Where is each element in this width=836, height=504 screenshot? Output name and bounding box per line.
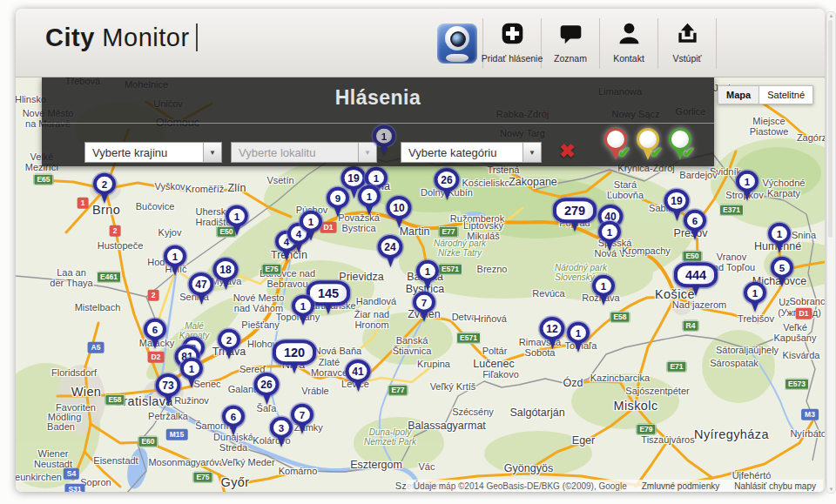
scrollbar-thumb[interactable]	[828, 20, 833, 238]
map-label: Hriňová	[474, 313, 507, 324]
marker-tail	[673, 212, 680, 221]
map-label: Kościelisko	[462, 178, 509, 188]
map-marker-cluster[interactable]: 47	[189, 272, 214, 305]
brand-rest: Monitor	[102, 24, 189, 51]
road-badge: 2	[148, 290, 159, 301]
map-marker-cluster[interactable]: 41	[346, 360, 371, 392]
map-type-map-button[interactable]: Mapa	[718, 85, 759, 104]
marker-tail	[606, 242, 613, 252]
map-marker-cluster[interactable]: 120	[273, 339, 316, 373]
map-label: Győr	[220, 475, 249, 489]
map-marker-cluster[interactable]: 6	[222, 406, 245, 436]
report-map-error-link[interactable]: Nahlásiť chybu mapy	[734, 481, 816, 491]
map-marker-cluster[interactable]: 1	[598, 221, 621, 252]
marker-count: 1	[416, 260, 439, 282]
map-marker-cluster[interactable]: 18	[213, 258, 239, 290]
clear-filters-icon[interactable]: ✖	[559, 142, 575, 161]
map-marker-cluster[interactable]: 73	[156, 373, 181, 406]
marker-count: 47	[189, 272, 214, 296]
map-marker-cluster[interactable]: 9	[327, 187, 349, 218]
map-canvas[interactable]: TřebováMohelniceHlinskoUničovOlomoucNové…	[16, 77, 825, 492]
select-category[interactable]: Vyberte kategóriu ▼	[401, 142, 542, 163]
yellow-pin-icon[interactable]: ✔	[636, 128, 660, 163]
map-marker-cluster[interactable]: 1	[373, 125, 395, 156]
map-marker-cluster[interactable]: 24	[378, 235, 403, 267]
map-marker-cluster[interactable]: 1	[736, 171, 758, 201]
map-marker-cluster[interactable]: 1	[226, 205, 248, 236]
map-label: Kyjov	[158, 227, 182, 238]
nav-list-label: Zoznam	[554, 53, 587, 64]
road-badge: M3	[801, 409, 819, 420]
map-marker-cluster[interactable]: 6	[684, 210, 706, 240]
road-badge: E65	[33, 174, 53, 185]
marker-count: 9	[327, 187, 349, 209]
green-pin-icon[interactable]: ✔	[668, 128, 692, 163]
nav-contact[interactable]: Kontakt	[600, 18, 658, 69]
map-marker-cluster[interactable]: 2	[93, 173, 116, 204]
map-label: Veľký Krtíš	[430, 381, 476, 392]
map-marker-cluster[interactable]: 1	[744, 282, 766, 312]
nav-login[interactable]: Vstúpiť	[658, 18, 717, 69]
marker-count: 1	[567, 322, 590, 344]
map-marker-cluster[interactable]: 1	[592, 275, 615, 306]
map-marker-cluster[interactable]: 279	[553, 198, 597, 232]
road-badge: E75	[261, 264, 281, 275]
check-icon: ✔	[618, 144, 630, 162]
select-category-value: Vyberte kategóriu	[408, 146, 496, 159]
map-marker-cluster[interactable]: 1	[180, 358, 203, 388]
map-marker-cluster[interactable]: 6	[144, 319, 166, 349]
map-marker-cluster[interactable]: 1	[416, 260, 439, 291]
marker-tail	[691, 231, 698, 240]
marker-tail	[571, 222, 578, 232]
map-label: Salgótarján	[509, 407, 564, 419]
map-marker-cluster[interactable]: 1	[358, 185, 381, 216]
scroll-down-icon[interactable]: ▼	[827, 487, 835, 492]
road-badge: E77	[438, 226, 458, 238]
road-badge: E573	[785, 379, 809, 390]
map-marker-cluster[interactable]: 7	[413, 292, 435, 322]
home-webcam-button[interactable]	[432, 18, 483, 69]
page-scrollbar[interactable]: ▲ ▼	[826, 11, 836, 494]
map-marker-cluster[interactable]: 3	[270, 417, 293, 447]
map-marker-cluster[interactable]: 2	[218, 329, 240, 360]
marker-count: 26	[254, 373, 280, 396]
map-marker-cluster[interactable]: 7	[291, 404, 314, 434]
nav-contact-label: Kontakt	[613, 53, 644, 64]
map-marker-cluster[interactable]: 1	[300, 211, 322, 241]
select-locality-value: Vyberte lokalitu	[239, 146, 315, 159]
marker-count: 26	[435, 168, 460, 192]
map-label: Krompachy	[622, 245, 671, 256]
marker-count: 18	[213, 258, 239, 281]
red-pin-icon[interactable]: ✔	[603, 128, 628, 163]
map-marker-cluster[interactable]: 1	[164, 245, 186, 276]
nav-list[interactable]: Zoznam	[542, 18, 600, 69]
marker-tail	[325, 305, 332, 314]
marker-tail	[549, 339, 556, 349]
map-marker-cluster[interactable]: 1	[567, 322, 590, 353]
map-marker-cluster[interactable]: 444	[674, 262, 718, 296]
chevron-down-icon: ▼	[203, 143, 221, 162]
map-marker-cluster[interactable]: 26	[254, 373, 280, 405]
map-label: Poltár	[482, 346, 508, 356]
map-label: Miskolc	[613, 399, 657, 413]
map-marker-cluster[interactable]: 1	[292, 295, 314, 326]
map-label: Zlín	[228, 182, 246, 194]
map-marker-cluster[interactable]: 12	[540, 317, 565, 349]
marker-count: 2	[93, 173, 116, 195]
select-country-value: Vyberte krajinu	[92, 146, 167, 159]
terms-link[interactable]: Zmluvné podmienky	[642, 481, 719, 491]
scroll-up-icon[interactable]: ▲	[827, 13, 835, 18]
marker-count: 1	[180, 358, 203, 380]
webcam-icon	[437, 24, 477, 64]
marker-tail	[334, 208, 341, 218]
status-pin-legend: ✔ ✔ ✔	[603, 128, 692, 163]
map-label: Ózd	[563, 377, 583, 389]
nav-add-report[interactable]: Pridať hlásenie	[483, 18, 542, 69]
select-country[interactable]: Vyberte krajinu ▼	[84, 142, 222, 163]
map-marker-cluster[interactable]: 10	[387, 196, 412, 228]
map-type-satellite-button[interactable]: Satelitné	[759, 85, 813, 104]
map-marker-cluster[interactable]: 26	[435, 168, 460, 200]
map-marker-cluster[interactable]: 5	[771, 257, 793, 287]
map-marker-cluster[interactable]: 1	[768, 223, 791, 253]
map-label: Nové Mesto nad Váhom	[233, 292, 285, 314]
